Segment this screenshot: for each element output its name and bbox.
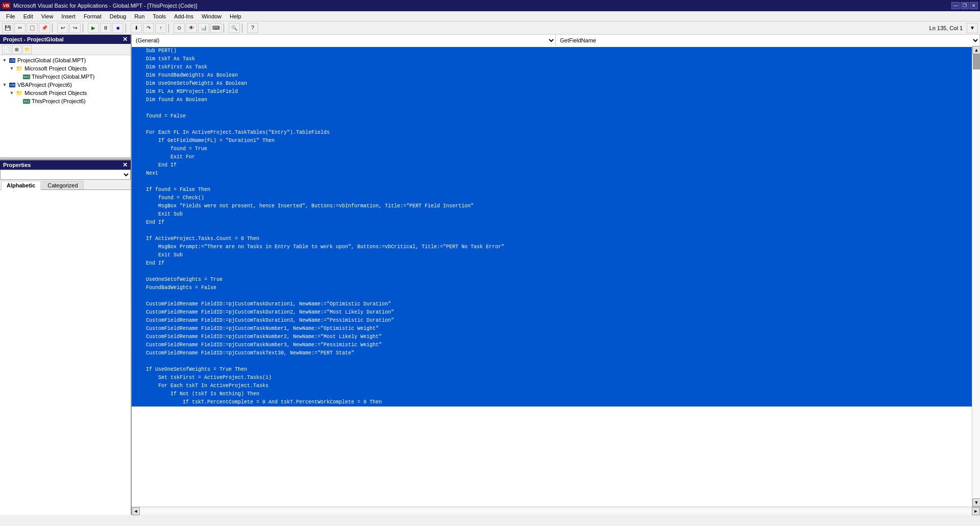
properties-close[interactable]: ✕: [122, 161, 128, 169]
view-object-button[interactable]: ⊞: [12, 45, 21, 54]
find-button[interactable]: 🔍: [229, 23, 240, 33]
stop-button[interactable]: ■: [112, 23, 124, 33]
tree-item-mpo1[interactable]: ▼ 📁 Microsoft Project Objects: [1, 64, 130, 73]
project-explorer-close[interactable]: ✕: [122, 36, 128, 43]
code-line-30[interactable]: FoundBadWeights = False: [132, 284, 972, 292]
tree-item-thisproject-global[interactable]: MS ThisProject (Global.MPT): [1, 73, 130, 81]
menu-run[interactable]: Run: [130, 12, 149, 20]
code-line-34[interactable]: CustomFieldRename FieldID:=pjCustomTaskD…: [132, 317, 972, 325]
scroll-up-arrow[interactable]: ▲: [972, 46, 980, 54]
save-button[interactable]: 💾: [2, 23, 13, 33]
scroll-left-arrow[interactable]: ◄: [132, 507, 140, 515]
properties-dropdown[interactable]: [0, 170, 131, 180]
run-button[interactable]: ▶: [88, 23, 99, 33]
scroll-track-h[interactable]: [140, 508, 972, 514]
tab-alphabetic[interactable]: Alphabetic: [1, 181, 41, 190]
break-button[interactable]: ⏸: [100, 23, 111, 33]
code-line-24[interactable]: If ActiveProject.Tasks.Count = 0 Then: [132, 235, 972, 243]
breakpoint-button[interactable]: ⊙: [174, 23, 185, 33]
code-line-38[interactable]: CustomFieldRename FieldID:=pjCustomTaskT…: [132, 349, 972, 357]
code-line-22[interactable]: End If: [132, 219, 972, 227]
code-line-44[interactable]: If tskT.PercentComplete = 0 And tskT.Per…: [132, 398, 972, 407]
code-line-33[interactable]: CustomFieldRename FieldID:=pjCustomTaskD…: [132, 308, 972, 317]
immediate-button[interactable]: ⌨: [210, 23, 222, 33]
code-line-36[interactable]: CustomFieldRename FieldID:=pjCustomTaskN…: [132, 333, 972, 341]
code-line-18[interactable]: If found = False Then: [132, 186, 972, 194]
code-line-37[interactable]: CustomFieldRename FieldID:=pjCustomTaskN…: [132, 341, 972, 349]
code-line-40[interactable]: If UseOneSetofWeights = True Then: [132, 366, 972, 374]
code-line-21[interactable]: Exit Sub: [132, 210, 972, 219]
tree-item-projectglobal[interactable]: ▼ VB ProjectGlobal (Global.MPT): [1, 56, 130, 64]
scroll-right-arrow[interactable]: ►: [972, 507, 980, 515]
help-button[interactable]: ?: [247, 23, 258, 33]
code-line-43[interactable]: If Not (tskT Is Nothing) Then: [132, 390, 972, 398]
code-line-25[interactable]: MsgBox Prompt:="There are no Tasks in En…: [132, 243, 972, 251]
close-button[interactable]: ✕: [970, 2, 978, 9]
menu-view[interactable]: View: [37, 12, 58, 20]
code-line-12[interactable]: If GetFieldName(FL) = "Duration1" Then: [132, 137, 972, 145]
code-line-17[interactable]: [132, 178, 972, 186]
minimize-button[interactable]: —: [951, 2, 960, 9]
object-dropdown[interactable]: (General): [132, 35, 556, 46]
code-line-23[interactable]: [132, 227, 972, 235]
redo-button[interactable]: ↪: [69, 23, 81, 33]
view-code-button[interactable]: 📄: [2, 45, 11, 54]
menu-edit[interactable]: Edit: [19, 12, 37, 20]
code-line-9[interactable]: found = False: [132, 112, 972, 121]
step-into-button[interactable]: ⬇: [131, 23, 142, 33]
cut-button[interactable]: ✂: [14, 23, 26, 33]
code-line-29[interactable]: UseOneSetofWeights = True: [132, 276, 972, 284]
code-line-3[interactable]: Dim tskFirst As Task: [132, 63, 972, 71]
code-line-39[interactable]: [132, 357, 972, 366]
code-line-2[interactable]: Dim tskT As Task: [132, 55, 972, 63]
code-line-4[interactable]: Dim FoundBadWeights As Boolean: [132, 71, 972, 80]
code-line-28[interactable]: [132, 268, 972, 276]
code-line-27[interactable]: End If: [132, 259, 972, 268]
menu-addins[interactable]: Add-Ins: [170, 12, 198, 20]
locals-button[interactable]: 📊: [198, 23, 209, 33]
code-line-10[interactable]: [132, 121, 972, 129]
window-controls[interactable]: — ❐ ✕: [951, 2, 978, 9]
code-line-13[interactable]: found = True: [132, 145, 972, 153]
code-line-42[interactable]: For Each tskT In ActiveProject.Tasks: [132, 382, 972, 390]
step-out-button[interactable]: ↑: [155, 23, 166, 33]
menu-tools[interactable]: Tools: [149, 12, 170, 20]
menu-help[interactable]: Help: [226, 12, 246, 20]
code-line-35[interactable]: CustomFieldRename FieldID:=pjCustomTaskN…: [132, 325, 972, 333]
undo-button[interactable]: ↩: [57, 23, 68, 33]
tree-item-vbaproject6[interactable]: ▼ VB VBAProject (Project6): [1, 81, 130, 89]
code-line-6[interactable]: Dim FL As MSProject.TableField: [132, 88, 972, 96]
code-line-15[interactable]: End If: [132, 161, 972, 170]
tab-categorized[interactable]: Categorized: [42, 181, 83, 189]
menu-debug[interactable]: Debug: [106, 12, 130, 20]
code-line-31[interactable]: [132, 292, 972, 300]
code-line-5[interactable]: Dim UseOneSetofWeights As Boolean: [132, 80, 972, 88]
restore-button[interactable]: ❐: [961, 2, 969, 9]
code-line-41[interactable]: Set tskFirst = ActiveProject.Tasks(1): [132, 374, 972, 382]
code-line-7[interactable]: Dim found As Boolean: [132, 96, 972, 104]
code-line-11[interactable]: For Each FL In ActiveProject.TaskTables(…: [132, 129, 972, 137]
scroll-down-button[interactable]: ▼: [967, 23, 978, 33]
tree-item-mpo2[interactable]: ▼ 📁 Microsoft Project Objects: [1, 89, 130, 97]
code-line-32[interactable]: CustomFieldRename FieldID:=pjCustomTaskD…: [132, 300, 972, 308]
menu-window[interactable]: Window: [198, 12, 226, 20]
code-line-14[interactable]: Exit For: [132, 153, 972, 161]
code-line-8[interactable]: [132, 104, 972, 112]
step-over-button[interactable]: ↷: [143, 23, 154, 33]
menu-insert[interactable]: Insert: [57, 12, 80, 20]
toggle-folders-button[interactable]: 📁: [22, 45, 32, 54]
paste-button[interactable]: 📌: [39, 23, 50, 33]
scroll-down-arrow[interactable]: ▼: [972, 498, 980, 507]
code-line-26[interactable]: Exit Sub: [132, 251, 972, 259]
code-line-20[interactable]: MsgBox "Fields were not present, hence I…: [132, 202, 972, 210]
code-line-19[interactable]: found = Check(): [132, 194, 972, 202]
menu-format[interactable]: Format: [80, 12, 106, 20]
menu-file[interactable]: File: [2, 12, 19, 20]
code-content[interactable]: Sub PERT() Dim tskT As Task Dim tskFirst…: [132, 46, 972, 507]
scroll-track-v[interactable]: [972, 54, 980, 498]
procedure-dropdown[interactable]: GetFieldName: [556, 35, 980, 46]
watch-button[interactable]: 👁: [186, 23, 197, 33]
code-line-16[interactable]: Next: [132, 170, 972, 178]
tree-item-thisproject6[interactable]: MS ThisProject (Project6): [1, 97, 130, 105]
copy-button[interactable]: 📋: [27, 23, 38, 33]
